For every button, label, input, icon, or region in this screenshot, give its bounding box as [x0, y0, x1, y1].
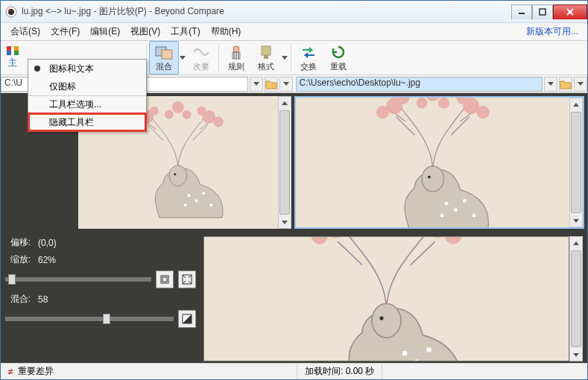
controls-panel: 偏移: (0,0) 缩放: 62% 混合: 58	[5, 236, 196, 361]
svg-point-27	[188, 194, 191, 197]
svg-point-29	[202, 192, 205, 195]
svg-point-41	[416, 98, 427, 109]
status-load-time: 加载时间: 0.00 秒	[297, 364, 382, 379]
right-path-input[interactable]: C:\Users\echo\Desktop\lu~.jpg	[296, 77, 543, 92]
svg-point-43	[422, 166, 443, 191]
window-title: lu.jpg <--> lu~.jpg - 图片比较(P) - Beyond C…	[22, 5, 224, 18]
merged-image[interactable]	[203, 236, 569, 361]
left-path-dropdown[interactable]	[250, 77, 263, 92]
radio-selected-icon	[34, 66, 40, 72]
svg-point-23	[172, 101, 184, 113]
zoom-value: 62%	[38, 255, 56, 265]
right-image-pane	[294, 96, 585, 229]
toolbar-mix-dropdown[interactable]	[179, 41, 186, 75]
right-path-dropdown[interactable]	[544, 77, 557, 92]
left-browse-dropdown[interactable]	[279, 77, 293, 92]
folder-open-icon	[265, 79, 277, 89]
status-diff: ≠ 重要差异	[1, 364, 297, 379]
window-controls	[511, 4, 587, 19]
svg-point-64	[379, 316, 383, 320]
svg-point-47	[440, 214, 443, 218]
close-button[interactable]	[553, 4, 587, 19]
right-browse-dropdown[interactable]	[574, 77, 587, 92]
fit-icon	[159, 274, 170, 285]
minimize-button[interactable]	[511, 4, 532, 19]
left-scrollbar[interactable]	[278, 96, 291, 229]
toolbar-home[interactable]: 主	[1, 41, 25, 75]
svg-point-48	[472, 214, 475, 218]
menu-tools[interactable]: 工具(T)	[165, 23, 205, 40]
merged-scrollbar[interactable]	[569, 236, 583, 361]
menu-help[interactable]: 帮助(H)	[206, 23, 247, 40]
maximize-button[interactable]	[532, 4, 553, 19]
wave-icon	[192, 44, 210, 60]
actual-size-icon	[182, 274, 192, 285]
toolbar-secondary-button[interactable]: 次要	[186, 41, 216, 75]
svg-point-26	[169, 165, 187, 186]
status-diff-label: 重要差异	[18, 365, 54, 378]
toolbar-rules-button[interactable]: 规则	[221, 41, 251, 75]
popup-item-icons-and-text[interactable]: 图标和文本	[28, 60, 146, 77]
toolbar: 主 图标和文本 仅图标 工具栏选项... 隐藏工具栏 混合	[1, 41, 587, 75]
svg-point-60	[372, 304, 401, 338]
svg-point-61	[402, 351, 408, 356]
title-bar: lu.jpg <--> lu~.jpg - 图片比较(P) - Beyond C…	[1, 1, 587, 23]
svg-point-22	[197, 107, 206, 115]
svg-point-35	[376, 106, 388, 118]
right-image[interactable]	[296, 98, 570, 227]
left-browse-button[interactable]	[265, 77, 278, 92]
svg-point-21	[213, 117, 224, 127]
svg-point-63	[426, 347, 431, 352]
toolbar-format-button[interactable]: 格式	[251, 41, 281, 75]
right-path-area: C:\Users\echo\Desktop\lu~.jpg	[296, 77, 588, 92]
right-scrollbar[interactable]	[569, 98, 583, 227]
status-bar: ≠ 重要差异 加载时间: 0.00 秒	[1, 363, 587, 379]
toolbar-mix-button[interactable]: 混合	[149, 41, 179, 75]
blend-invert-button[interactable]	[178, 310, 196, 328]
svg-rect-51	[162, 277, 167, 282]
blend-slider[interactable]	[5, 317, 174, 321]
app-icon	[5, 6, 17, 18]
popup-item-icons-only[interactable]: 仅图标	[28, 77, 146, 95]
zoom-actual-button[interactable]	[178, 270, 196, 288]
svg-point-9	[233, 46, 239, 52]
format-icon	[257, 44, 275, 60]
svg-point-45	[453, 208, 457, 212]
contrast-icon	[182, 314, 192, 324]
merged-preview-pane	[203, 236, 583, 361]
svg-point-30	[184, 203, 187, 206]
menu-view[interactable]: 视图(V)	[125, 23, 165, 40]
svg-point-28	[195, 199, 197, 202]
zoom-fit-button[interactable]	[156, 270, 174, 288]
toolbar-format-dropdown[interactable]	[281, 41, 288, 75]
menu-bar: 会话(S) 文件(F) 编辑(E) 视图(V) 工具(T) 帮助(H) 新版本可…	[1, 23, 587, 41]
toolbar-swap-button[interactable]: 交换	[294, 41, 323, 75]
update-available-link[interactable]: 新版本可用...	[526, 25, 583, 38]
popup-item-toolbar-options[interactable]: 工具栏选项...	[28, 95, 146, 113]
menu-edit[interactable]: 编辑(E)	[85, 23, 125, 40]
svg-rect-8	[162, 50, 172, 59]
svg-point-38	[476, 106, 489, 118]
svg-point-2	[9, 8, 11, 10]
folder-open-icon	[560, 79, 572, 89]
reload-icon	[329, 44, 347, 60]
popup-item-hide-toolbar[interactable]: 隐藏工具栏	[28, 113, 146, 131]
mix-icon	[155, 44, 173, 60]
zoom-slider[interactable]	[5, 277, 151, 282]
svg-point-49	[427, 176, 430, 179]
toolbar-reload-button[interactable]: 重载	[323, 41, 353, 75]
blend-label: 混合:	[5, 293, 31, 305]
right-browse-button[interactable]	[559, 77, 572, 92]
blend-value: 58	[38, 294, 48, 305]
svg-point-25	[183, 110, 192, 119]
menu-file[interactable]: 文件(F)	[45, 23, 85, 40]
svg-point-24	[165, 110, 174, 119]
toolbar-options-popup: 图标和文本 仅图标 工具栏选项... 隐藏工具栏	[28, 59, 147, 132]
not-equal-icon: ≠	[8, 367, 13, 377]
offset-label: 偏移:	[5, 236, 31, 249]
zoom-label: 缩放:	[5, 253, 31, 266]
svg-point-32	[174, 173, 176, 175]
menu-session[interactable]: 会话(S)	[5, 23, 45, 40]
svg-rect-4	[540, 9, 546, 15]
app-window: lu.jpg <--> lu~.jpg - 图片比较(P) - Beyond C…	[0, 0, 588, 380]
